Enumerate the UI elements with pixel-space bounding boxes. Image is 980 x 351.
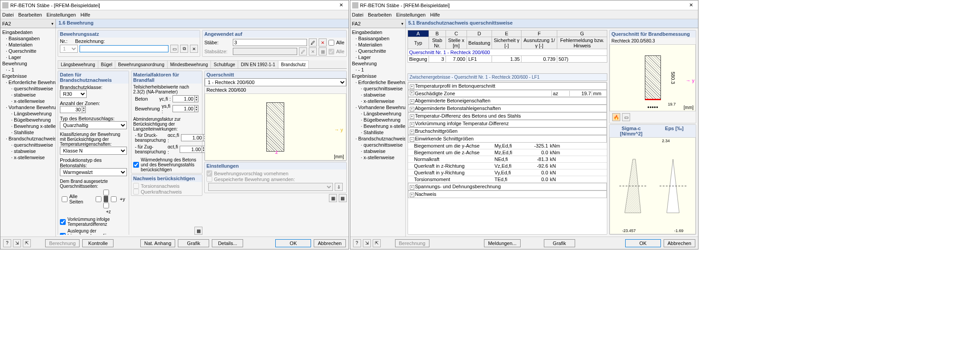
tree-item[interactable]: · stabweise bbox=[1, 148, 55, 154]
tab-brandschutz[interactable]: Brandschutz bbox=[278, 60, 309, 68]
druck-input[interactable] bbox=[181, 134, 203, 141]
bezeichnung-input[interactable] bbox=[80, 45, 168, 52]
tree-item[interactable]: · Stahlliste bbox=[351, 129, 404, 135]
tree-item[interactable]: · querschnittsweise bbox=[1, 142, 55, 148]
berechnung-button[interactable]: Berechnung bbox=[395, 239, 429, 247]
abbrechen-button[interactable]: Abbrechen bbox=[664, 239, 695, 247]
delete-staebe-icon[interactable]: ✕ bbox=[319, 38, 327, 47]
tree-item[interactable]: · stabweise bbox=[351, 92, 404, 98]
tree-item[interactable]: · Längsbewehrung bbox=[351, 110, 404, 117]
beton-input[interactable] bbox=[172, 95, 195, 102]
tree-item[interactable]: · x-stellenweise bbox=[351, 98, 404, 104]
menu-datei[interactable]: Datei bbox=[2, 12, 14, 17]
side-left-check[interactable] bbox=[96, 196, 101, 202]
klass-select[interactable]: Klasse N bbox=[60, 147, 127, 155]
delete-icon[interactable]: ✕ bbox=[190, 45, 198, 53]
tree-item[interactable]: · Bewehrung x-stellenweise bbox=[1, 123, 55, 129]
tree-item[interactable]: · Materialien bbox=[1, 42, 55, 48]
ok-button[interactable]: OK bbox=[625, 239, 661, 247]
temp-view-icon[interactable]: 🔥 bbox=[612, 113, 620, 121]
tree-item[interactable]: · Basisangaben bbox=[1, 35, 55, 42]
zonen-input[interactable] bbox=[60, 106, 82, 113]
tree-item[interactable]: Eingabedaten bbox=[351, 29, 404, 35]
tree-item[interactable]: Bewehrung bbox=[351, 60, 404, 67]
tree-item[interactable]: · Bügelbewehrung bbox=[1, 117, 55, 123]
abbrechen-button[interactable]: Abbrechen bbox=[314, 239, 345, 247]
export-icon[interactable]: ⇲ bbox=[363, 239, 371, 247]
alleseiten-check[interactable] bbox=[62, 196, 67, 202]
tree-item[interactable]: · Querschnitte bbox=[351, 48, 404, 54]
vorkruemmung-check[interactable] bbox=[60, 219, 66, 225]
bsk-select[interactable]: R30 bbox=[60, 90, 87, 98]
tree-item[interactable]: · Querschnitte bbox=[1, 48, 55, 54]
close-icon[interactable]: ✕ bbox=[336, 2, 347, 8]
open-section-icon[interactable]: ▭ bbox=[170, 45, 178, 53]
tab-buegel[interactable]: Bügel bbox=[98, 60, 116, 68]
expand-icon[interactable]: + bbox=[410, 85, 414, 89]
section-view-icon[interactable]: ▭ bbox=[622, 113, 630, 121]
case-dropdown[interactable]: FA2 bbox=[0, 19, 56, 28]
qs-select[interactable]: 1 - Rechteck 200/600 bbox=[205, 78, 346, 86]
expand-icon[interactable]: + bbox=[410, 114, 414, 119]
export-icon[interactable]: ⇲ bbox=[13, 239, 21, 247]
import-icon[interactable]: ⇱ bbox=[373, 239, 381, 247]
side-bottom-check[interactable] bbox=[103, 203, 109, 208]
help-icon[interactable]: ? bbox=[3, 239, 11, 247]
tree-item[interactable]: · querschnittsweise bbox=[351, 142, 404, 148]
nr-select[interactable]: 1 bbox=[60, 45, 78, 53]
meldungen-button[interactable]: Meldungen... bbox=[484, 239, 521, 247]
result-row[interactable]: Biegung37.000LF11.350.739507) bbox=[408, 56, 607, 63]
expand-icon[interactable]: + bbox=[410, 122, 414, 127]
tree-item[interactable]: · querschnittsweise bbox=[351, 85, 404, 92]
grafik-button[interactable]: Grafik bbox=[544, 239, 575, 247]
menu-datei[interactable]: Datei bbox=[352, 12, 364, 17]
import-icon[interactable]: ⇱ bbox=[23, 239, 31, 247]
grafik-button[interactable]: Grafik bbox=[178, 239, 209, 247]
bew-input[interactable] bbox=[172, 105, 195, 112]
tab-schubfuge[interactable]: Schubfuge bbox=[210, 60, 238, 68]
tab-anordnung[interactable]: Bewehrungsanordnung bbox=[115, 60, 167, 68]
tree-item[interactable]: · - 1 bbox=[1, 67, 55, 73]
tree-item[interactable]: · stabweise bbox=[1, 92, 55, 98]
info-icon[interactable]: ▦ bbox=[194, 227, 202, 235]
tree-item[interactable]: · Bügelbewehrung bbox=[351, 117, 404, 123]
menu-einstellungen[interactable]: Einstellungen bbox=[46, 12, 76, 17]
expand-icon[interactable]: + bbox=[410, 193, 414, 197]
tree-item[interactable]: Bewehrung bbox=[1, 60, 55, 67]
tree-item[interactable]: · Brandschutznachweis bbox=[1, 135, 55, 142]
tree-item[interactable]: · querschnittsweise bbox=[1, 85, 55, 92]
tree-item[interactable]: Ergebnisse bbox=[1, 73, 55, 79]
close-icon[interactable]: ✕ bbox=[686, 2, 696, 8]
alle-staebe-check[interactable] bbox=[328, 40, 334, 46]
tree-item[interactable]: · Erforderliche Bewehrung bbox=[351, 79, 404, 85]
tree-item[interactable]: · stabweise bbox=[351, 148, 404, 154]
tree-item[interactable]: · x-stellenweise bbox=[1, 154, 55, 161]
tree-item[interactable]: Eingabedaten bbox=[1, 29, 55, 35]
staebe-input[interactable] bbox=[233, 39, 307, 46]
pick-icon[interactable]: 🖉 bbox=[309, 38, 317, 47]
tree-item[interactable]: · Längsbewehrung bbox=[1, 110, 55, 117]
expand-icon[interactable]: + bbox=[410, 91, 414, 95]
tab-laengsbewehrung[interactable]: Längsbewehrung bbox=[58, 60, 98, 68]
tree-item[interactable]: · x-stellenweise bbox=[351, 154, 404, 161]
natanhang-button[interactable]: Nat. Anhang bbox=[140, 239, 176, 247]
auslegung-check[interactable] bbox=[60, 233, 66, 235]
nav-tree[interactable]: Eingabedaten· Basisangaben· Materialien·… bbox=[0, 28, 56, 237]
case-dropdown[interactable]: FA2 bbox=[350, 19, 406, 28]
zug-input[interactable] bbox=[180, 146, 202, 153]
tab-din[interactable]: DIN EN 1992-1-1 bbox=[238, 60, 278, 68]
expand-icon[interactable]: + bbox=[410, 130, 414, 134]
ok-button[interactable]: OK bbox=[275, 239, 311, 247]
expand-icon[interactable]: + bbox=[410, 185, 414, 190]
collapse-icon[interactable]: − bbox=[410, 137, 414, 142]
tree-item[interactable]: · Stahlliste bbox=[1, 129, 55, 135]
side-right-check[interactable] bbox=[111, 196, 117, 202]
menu-hilfe[interactable]: Hilfe bbox=[80, 12, 90, 17]
tree-item[interactable]: Ergebnisse bbox=[351, 73, 404, 79]
expand-icon[interactable]: + bbox=[410, 99, 414, 104]
menu-hilfe[interactable]: Hilfe bbox=[430, 12, 440, 17]
tree-item[interactable]: · Erforderliche Bewehrung bbox=[1, 79, 55, 85]
details-button[interactable]: Details... bbox=[212, 239, 243, 247]
zuschlag-select[interactable]: Quarzhaltig bbox=[60, 121, 127, 129]
prod-select[interactable]: Warmgewalzt bbox=[60, 168, 127, 176]
